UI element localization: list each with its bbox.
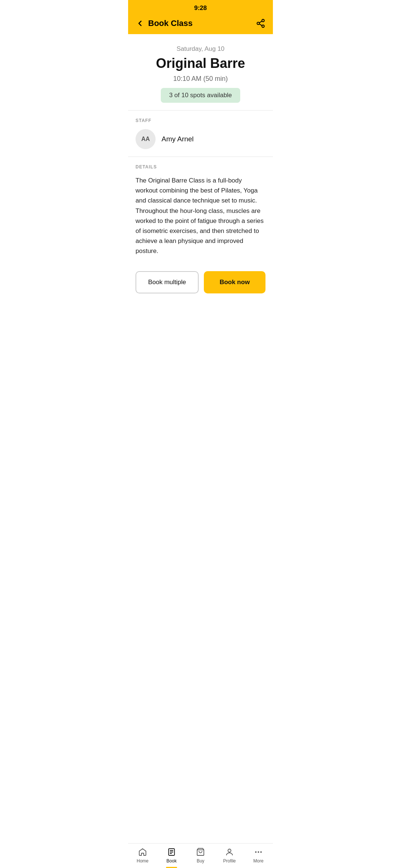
status-bar: 9:28 [128,0,273,15]
profile-icon [225,847,234,857]
svg-point-10 [228,849,231,852]
book-icon [167,847,176,857]
nav-item-profile[interactable]: Profile [215,844,244,868]
app-header: Book Class [128,15,273,34]
svg-point-12 [258,851,259,853]
svg-line-3 [259,24,262,26]
staff-label: STAFF [136,118,265,123]
header-title: Book Class [148,19,193,28]
staff-section: STAFF AA Amy Arnel [128,111,273,157]
home-icon [138,847,147,857]
svg-point-1 [257,22,260,25]
nav-label-more: More [253,858,263,864]
status-time: 9:28 [194,4,207,12]
nav-item-more[interactable]: More [244,844,273,868]
svg-point-0 [262,19,264,22]
nav-item-book[interactable]: Book [157,844,186,868]
nav-label-buy: Buy [197,858,205,864]
nav-item-buy[interactable]: Buy [186,844,215,868]
details-section: DETAILS The Original Barre Class is a fu… [128,157,273,264]
svg-point-13 [260,851,262,853]
more-icon [254,847,263,857]
details-label: DETAILS [136,164,265,170]
details-text: The Original Barre Class is a full-body … [136,175,265,256]
class-info: Saturday, Aug 10 Original Barre 10:10 AM… [136,45,265,103]
back-button[interactable] [136,19,144,28]
buy-icon [196,847,205,857]
svg-point-2 [262,25,264,27]
staff-name: Amy Arnel [162,135,194,143]
share-button[interactable] [256,19,265,28]
nav-label-book: Book [166,858,176,864]
spots-badge: 3 of 10 spots available [161,88,240,103]
class-date: Saturday, Aug 10 [136,45,265,53]
class-name: Original Barre [136,56,265,71]
staff-avatar: AA [136,129,156,149]
nav-item-home[interactable]: Home [128,844,157,868]
staff-row: AA Amy Arnel [136,129,265,149]
nav-label-profile: Profile [223,858,236,864]
svg-point-11 [255,851,257,853]
bottom-nav: Home Book Buy [128,843,273,868]
book-multiple-button[interactable]: Book multiple [136,271,199,293]
book-now-button[interactable]: Book now [204,271,265,293]
nav-label-home: Home [137,858,149,864]
main-content: Saturday, Aug 10 Original Barre 10:10 AM… [128,34,273,334]
action-buttons: Book multiple Book now [128,264,273,297]
svg-line-4 [259,21,262,23]
class-time: 10:10 AM (50 min) [136,75,265,83]
